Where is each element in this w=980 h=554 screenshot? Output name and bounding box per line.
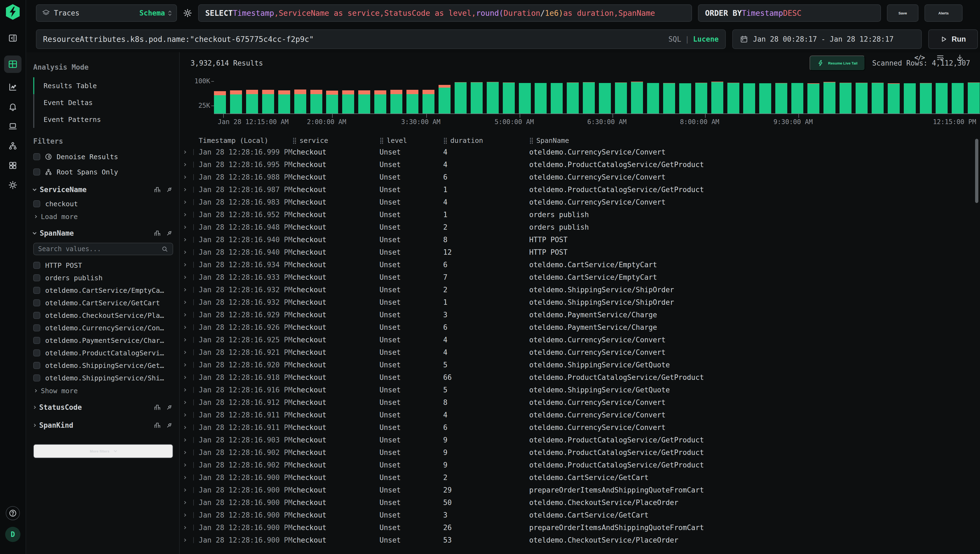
row-expand-cell[interactable] [180,309,196,321]
row-expand-cell[interactable] [180,296,196,309]
section-statuscode-header[interactable]: StatusCode [33,400,173,415]
resume-live-tail-button[interactable]: Resume Live Tail [809,56,865,71]
more-filters-button[interactable]: More filters [33,444,173,458]
source-selector[interactable]: Traces Schema [36,4,177,22]
expand-chevron-icon[interactable] [183,388,186,391]
column-header-spanname[interactable]: ⣿SpanName [527,137,980,145]
row-expand-cell[interactable] [180,534,196,546]
row-expand-cell[interactable] [180,234,196,246]
row-expand-cell[interactable] [180,221,196,234]
table-row[interactable]: Jan 28 12:28:16.911 PMcheckoutUnset4otel… [180,409,980,421]
checkbox[interactable] [33,169,40,175]
row-expand-cell[interactable] [180,346,196,359]
expand-chevron-icon[interactable] [183,201,186,204]
section-servicename-header[interactable]: ServiceName [33,182,173,197]
table-row[interactable]: Jan 28 12:28:16.995 PMcheckoutUnset4otel… [180,158,980,171]
sidebar-item-dashboards[interactable] [4,158,22,173]
expand-chevron-icon[interactable] [183,489,186,492]
table-row[interactable]: Jan 28 12:28:16.900 PMcheckoutUnset2otel… [180,471,980,484]
expand-chevron-icon[interactable] [183,313,186,316]
checkbox[interactable] [33,349,40,357]
expand-chevron-icon[interactable] [183,238,186,241]
row-expand-cell[interactable] [180,146,196,158]
date-range-picker[interactable]: Jan 28 00:28:17 - Jan 28 12:28:17 [732,29,922,49]
table-row[interactable]: Jan 28 12:28:16.926 PMcheckoutUnset6otel… [180,321,980,334]
row-expand-cell[interactable] [180,396,196,409]
row-expand-cell[interactable] [180,183,196,196]
spanname-value-row[interactable]: oteldemo.ShippingService/Shi… [33,372,173,384]
expand-chevron-icon[interactable] [183,438,186,441]
table-row[interactable]: Jan 28 12:28:16.932 PMcheckoutUnset1otel… [180,296,980,309]
row-expand-cell[interactable] [180,471,196,484]
row-expand-cell[interactable] [180,409,196,421]
expand-chevron-icon[interactable] [183,163,186,166]
column-header-timestamp[interactable]: Timestamp (Local) [196,137,290,145]
spanname-value-row[interactable]: oteldemo.CheckoutService/Pla… [33,309,173,322]
row-expand-cell[interactable] [180,459,196,471]
language-sql[interactable]: SQL [668,35,681,43]
expand-chevron-icon[interactable] [183,326,186,329]
expand-chevron-icon[interactable] [183,251,186,253]
table-row[interactable]: Jan 28 12:28:16.911 PMcheckoutUnset6otel… [180,421,980,434]
row-expand-cell[interactable] [180,246,196,258]
expand-chevron-icon[interactable] [183,175,186,178]
checkbox[interactable] [33,337,40,344]
row-expand-cell[interactable] [180,334,196,346]
sidebar-item-search-results[interactable] [4,56,22,73]
row-expand-cell[interactable] [180,496,196,509]
table-row[interactable]: Jan 28 12:28:16.900 PMcheckoutUnset50ote… [180,496,980,509]
pin-icon[interactable] [166,404,173,411]
table-row[interactable]: Jan 28 12:28:16.948 PMcheckoutUnset2orde… [180,221,980,234]
row-expand-cell[interactable] [180,384,196,396]
checkbox[interactable] [33,374,40,382]
table-row[interactable]: Jan 28 12:28:16.918 PMcheckoutUnset66ote… [180,371,980,384]
expand-chevron-icon[interactable] [183,538,186,541]
expand-chevron-icon[interactable] [183,301,186,304]
expand-chevron-icon[interactable] [183,526,186,529]
wrap-lines-icon[interactable] [937,54,944,62]
collapse-panel-icon[interactable] [4,30,22,46]
row-expand-cell[interactable] [180,209,196,221]
section-spankind-header[interactable]: SpanKind [33,417,173,433]
expand-chevron-icon[interactable] [183,338,186,341]
row-expand-cell[interactable] [180,196,196,209]
app-logo-icon[interactable] [5,4,21,20]
table-row[interactable]: Jan 28 12:28:16.940 PMcheckoutUnset8HTTP… [180,234,980,246]
row-expand-cell[interactable] [180,283,196,296]
checkbox[interactable] [33,274,40,281]
checkbox[interactable] [33,324,40,331]
sidebar-item-service-map[interactable] [4,138,22,153]
row-expand-cell[interactable] [180,484,196,496]
table-row[interactable]: Jan 28 12:28:16.900 PMcheckoutUnset53ote… [180,534,980,546]
row-expand-cell[interactable] [180,371,196,384]
vertical-scrollbar[interactable] [975,139,978,203]
table-row[interactable]: Jan 28 12:28:16.999 PMcheckoutUnset4otel… [180,146,980,158]
table-row[interactable]: Jan 28 12:28:16.920 PMcheckoutUnset5otel… [180,359,980,371]
servicename-value-row[interactable]: checkout [33,197,173,210]
row-expand-cell[interactable] [180,521,196,534]
drag-handle-icon[interactable]: ⣿ [292,137,297,144]
expand-chevron-icon[interactable] [183,188,186,191]
table-row[interactable]: Jan 28 12:28:16.916 PMcheckoutUnset5otel… [180,384,980,396]
table-row[interactable]: Jan 28 12:28:16.987 PMcheckoutUnset1otel… [180,183,980,196]
table-row[interactable]: Jan 28 12:28:16.940 PMcheckoutUnset12HTT… [180,246,980,258]
sidebar-item-chart-explorer[interactable] [4,80,22,95]
table-row[interactable]: Jan 28 12:28:16.912 PMcheckoutUnset8otel… [180,396,980,409]
drag-handle-icon[interactable]: ⣿ [443,137,448,144]
spanname-value-row[interactable]: oteldemo.CartService/EmptyCa… [33,284,173,296]
bar-chart-icon[interactable] [153,186,161,193]
row-expand-cell[interactable] [180,258,196,271]
expand-chevron-icon[interactable] [183,226,186,229]
spanname-value-row[interactable]: oteldemo.PaymentService/Char… [33,334,173,347]
table-row[interactable]: Jan 28 12:28:16.903 PMcheckoutUnset9otel… [180,434,980,446]
sql-select-editor[interactable]: SELECT Timestamp, ServiceName as service… [198,4,692,22]
table-row[interactable]: Jan 28 12:28:16.932 PMcheckoutUnset2otel… [180,283,980,296]
expand-chevron-icon[interactable] [183,426,186,429]
spanname-show-more[interactable]: Show more [33,384,173,397]
table-row[interactable]: Jan 28 12:28:16.934 PMcheckoutUnset6otel… [180,258,980,271]
pin-icon[interactable] [166,186,173,193]
table-row[interactable]: Jan 28 12:28:16.902 PMcheckoutUnset9otel… [180,446,980,459]
table-row[interactable]: Jan 28 12:28:16.925 PMcheckoutUnset4otel… [180,334,980,346]
row-expand-cell[interactable] [180,359,196,371]
expand-chevron-icon[interactable] [183,213,186,216]
